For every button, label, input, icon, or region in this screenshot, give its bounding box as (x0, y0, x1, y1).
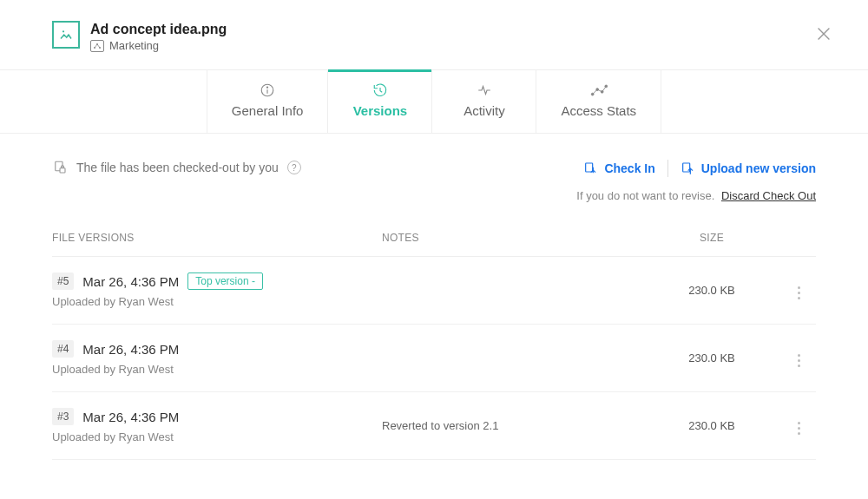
versions-panel: The file has been checked-out by you ? C… (0, 134, 868, 460)
kebab-menu-icon[interactable] (791, 351, 806, 371)
version-actions (781, 345, 816, 371)
version-actions (781, 412, 816, 439)
version-uploader: Uploaded by Ryan West (52, 295, 382, 308)
version-number-badge: #4 (52, 340, 74, 358)
right-actions: Check In Upload new version If you do no… (571, 160, 816, 202)
discard-checkout-link[interactable]: Discard Check Out (721, 189, 816, 202)
versions-list: #5Mar 26, 4:36 PMTop version -Uploaded b… (52, 257, 816, 460)
kebab-menu-icon[interactable] (791, 283, 806, 304)
tab-activity[interactable]: Activity (431, 70, 536, 133)
table-header: FILE VERSIONS NOTES SIZE (52, 220, 816, 257)
version-line1: #3Mar 26, 4:36 PM (52, 408, 382, 425)
svg-point-8 (267, 87, 268, 88)
version-row: #5Mar 26, 4:36 PMTop version -Uploaded b… (52, 257, 816, 325)
tab-versions[interactable]: Versions (327, 70, 431, 133)
checkout-status-text: The file has been checked-out by you (76, 161, 279, 174)
version-uploader: Uploaded by Ryan West (52, 430, 382, 443)
version-uploader: Uploaded by Ryan West (52, 363, 382, 376)
close-button[interactable] (814, 24, 833, 47)
upload-new-version-button[interactable]: Upload new version (668, 161, 816, 175)
folder-icon (90, 40, 104, 52)
file-location[interactable]: Marketing (90, 39, 227, 52)
version-number-badge: #5 (52, 272, 74, 290)
check-in-button[interactable]: Check In (571, 161, 667, 175)
upload-label: Upload new version (701, 161, 816, 175)
lock-file-icon (52, 160, 68, 175)
version-size: 230.0 KB (642, 351, 781, 364)
file-title: Ad concept idea.png (90, 21, 227, 37)
activity-icon (457, 82, 511, 98)
version-row: #4Mar 26, 4:36 PMUploaded by Ryan West23… (52, 325, 816, 392)
upload-icon (681, 161, 694, 175)
tab-label: Access Stats (561, 103, 636, 118)
modal-header: Ad concept idea.png Marketing (0, 0, 868, 61)
tab-label: Versions (353, 103, 408, 118)
check-in-label: Check In (604, 161, 654, 175)
tabs: General Info Versions Activity Access St… (0, 69, 868, 134)
action-bar: The file has been checked-out by you ? C… (52, 160, 816, 202)
version-number-badge: #3 (52, 408, 74, 425)
svg-rect-15 (586, 163, 593, 172)
close-icon (814, 24, 833, 43)
version-main: #3Mar 26, 4:36 PMUploaded by Ryan West (52, 408, 382, 443)
file-location-label: Marketing (109, 39, 159, 52)
info-icon (232, 82, 304, 98)
history-icon (352, 82, 407, 98)
svg-point-0 (62, 30, 64, 32)
tab-general-info[interactable]: General Info (207, 70, 328, 133)
col-header-actions (781, 232, 816, 244)
version-actions (781, 277, 816, 304)
help-icon[interactable]: ? (287, 161, 301, 174)
version-date: Mar 26, 4:36 PM (82, 274, 179, 289)
stats-icon (561, 82, 636, 98)
version-line1: #4Mar 26, 4:36 PM (52, 340, 382, 358)
discard-prefix: If you do not want to revise. (576, 189, 714, 202)
checkin-icon (583, 161, 597, 175)
image-icon (58, 27, 74, 43)
version-date: Mar 26, 4:36 PM (82, 342, 179, 357)
file-details-modal: Ad concept idea.png Marketing General In… (0, 0, 868, 499)
top-version-tag: Top version - (187, 272, 263, 290)
checkout-status: The file has been checked-out by you ? (52, 160, 301, 175)
version-main: #5Mar 26, 4:36 PMTop version -Uploaded b… (52, 272, 382, 308)
version-main: #4Mar 26, 4:36 PMUploaded by Ryan West (52, 340, 382, 376)
file-thumbnail (52, 21, 80, 49)
version-size: 230.0 KB (642, 284, 781, 297)
version-line1: #5Mar 26, 4:36 PMTop version - (52, 272, 382, 290)
version-size: 230.0 KB (642, 419, 781, 432)
tab-label: Activity (464, 103, 505, 118)
version-notes: Reverted to version 2.1 (382, 419, 642, 432)
discard-row: If you do not want to revise. Discard Ch… (576, 189, 816, 202)
tab-access-stats[interactable]: Access Stats (536, 70, 661, 133)
col-header-versions: FILE VERSIONS (52, 232, 382, 244)
version-date: Mar 26, 4:36 PM (82, 410, 179, 424)
version-row: #3Mar 26, 4:36 PMUploaded by Ryan WestRe… (52, 392, 816, 460)
kebab-menu-icon[interactable] (791, 418, 806, 439)
col-header-size: SIZE (642, 232, 781, 244)
tab-label: General Info (232, 103, 304, 118)
col-header-notes: NOTES (382, 232, 642, 244)
svg-rect-14 (60, 168, 65, 173)
